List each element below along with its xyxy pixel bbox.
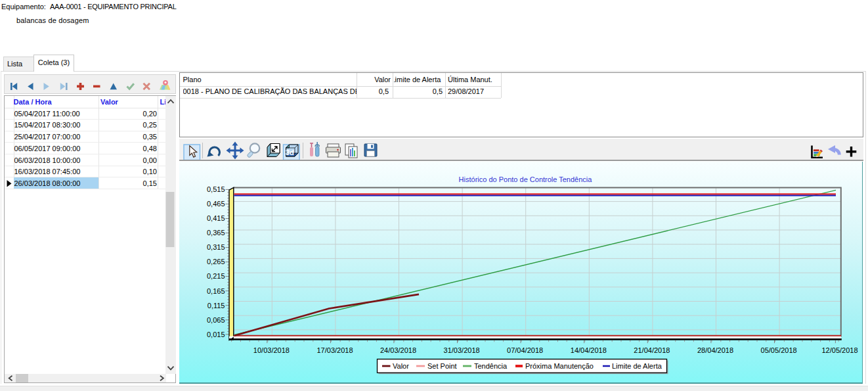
svg-text:0,365: 0,365 xyxy=(207,229,225,237)
svg-text:17/03/2018: 17/03/2018 xyxy=(316,346,353,354)
svg-text:24/03/2018: 24/03/2018 xyxy=(380,346,416,354)
svg-text:Histórico do Ponto de Controle: Histórico do Ponto de Controle Tendência xyxy=(459,175,593,183)
svg-text:05/05/2018: 05/05/2018 xyxy=(761,346,797,354)
svg-text:0,015: 0,015 xyxy=(207,331,225,338)
svg-text:0,315: 0,315 xyxy=(207,243,225,251)
svg-text:Tendência: Tendência xyxy=(474,362,508,370)
svg-text:31/03/2018: 31/03/2018 xyxy=(444,346,480,354)
svg-text:0,465: 0,465 xyxy=(207,200,225,208)
svg-text:10/03/2018: 10/03/2018 xyxy=(253,346,290,354)
svg-text:0,115: 0,115 xyxy=(207,302,225,310)
svg-text:3d: 3d xyxy=(286,149,294,156)
svg-text:12/05/2018: 12/05/2018 xyxy=(821,346,857,354)
svg-text:0,165: 0,165 xyxy=(207,287,225,295)
svg-text:Próxima Manutenção: Próxima Manutenção xyxy=(525,362,594,370)
svg-text:0,415: 0,415 xyxy=(207,214,225,222)
svg-text:Set Point: Set Point xyxy=(427,362,457,370)
svg-text:07/04/2018: 07/04/2018 xyxy=(507,346,543,354)
svg-text:0,065: 0,065 xyxy=(207,316,225,324)
svg-text:14/04/2018: 14/04/2018 xyxy=(571,346,607,354)
svg-text:0,215: 0,215 xyxy=(207,272,225,280)
svg-text:28/04/2018: 28/04/2018 xyxy=(697,346,733,354)
svg-text:Valor: Valor xyxy=(393,362,409,370)
svg-text:21/04/2018: 21/04/2018 xyxy=(634,346,670,354)
svg-text:0,265: 0,265 xyxy=(207,258,225,265)
svg-text:Limite de Alerta: Limite de Alerta xyxy=(612,362,662,370)
svg-text:0,515: 0,515 xyxy=(207,185,225,193)
